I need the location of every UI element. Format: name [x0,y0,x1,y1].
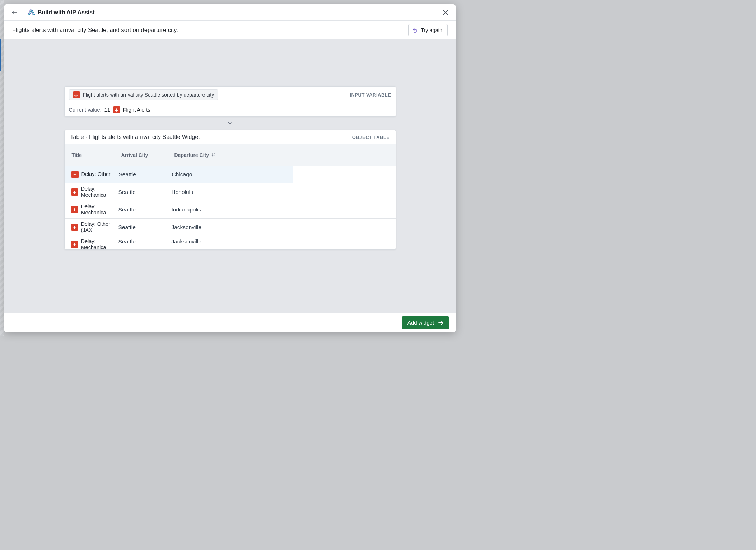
prompt-text: Flights alerts with arrival city Seattle… [12,27,178,33]
cell-arrival: Seattle [118,224,172,230]
table-row[interactable]: Delay: Mechanica Seattle Jacksonville [65,236,396,249]
plane-icon [71,171,79,178]
prompt-bar: Flights alerts with arrival city Seattle… [4,21,456,39]
table-title: Table - Flights alerts with arrival city… [70,134,200,140]
close-button[interactable] [440,7,451,18]
cell-title: Delay: Other [81,171,111,177]
background-strip [0,39,1,71]
svg-text:Z: Z [214,154,215,157]
undo-icon [412,27,418,33]
chip-text: Flight alerts with arrival city Seattle … [83,92,214,98]
column-header-arrival-city[interactable]: Arrival City [118,152,172,158]
add-widget-label: Add widget [407,320,434,326]
cell-arrival: Seattle [119,171,172,178]
cell-arrival: Seattle [118,206,172,213]
close-icon [442,9,449,16]
try-again-button[interactable]: Try again [408,24,448,36]
cell-arrival: Seattle [118,238,172,245]
input-variable-badge: INPUT VARIABLE [350,92,391,98]
arrow-right-icon [438,320,444,326]
cell-departure: Jacksonville [172,238,225,245]
cell-departure: Indianapolis [172,206,225,213]
modal-title: Build with AIP Assist [38,9,95,16]
object-table-badge: OBJECT TABLE [352,135,390,140]
canvas: Flight alerts with arrival city Seattle … [4,39,456,313]
cell-title: Delay: Mechanica [81,186,116,199]
svg-marker-3 [29,10,35,15]
svg-marker-1 [29,10,34,15]
table-body: Delay: Other Seattle Chicago Delay: Mech… [65,166,396,249]
table-header-row: Title Arrival City Departure City AZ [65,144,396,166]
current-value-count: 11 [104,107,110,113]
separator [24,8,24,17]
column-divider [240,147,240,163]
input-card-body: Current value: 11 Flight Alerts [65,103,396,116]
cell-departure: Jacksonville [172,224,225,230]
cell-title: Delay: Mechanica [81,204,116,216]
input-variable-card: Flight alerts with arrival city Seattle … [64,86,396,117]
input-variable-chip[interactable]: Flight alerts with arrival city Seattle … [69,89,218,100]
table-card-header: Table - Flights alerts with arrival city… [65,130,396,144]
back-button[interactable] [9,7,20,18]
table-row[interactable]: Delay: Other Seattle Chicago [65,166,293,183]
cell-departure: Honolulu [172,189,225,195]
cell-title: Delay: Other (JAX [81,221,116,234]
modal-header: Build with AIP Assist [4,4,456,21]
svg-marker-2 [28,10,33,15]
plane-icon [113,106,120,113]
object-name: Flight Alerts [123,107,150,113]
add-widget-button[interactable]: Add widget [402,316,449,329]
plane-icon [71,241,78,248]
table-row[interactable]: Delay: Mechanica Seattle Indianapolis [65,201,396,219]
column-header-title[interactable]: Title [65,152,118,158]
svg-text:A: A [214,152,215,154]
column-header-departure-city[interactable]: Departure City AZ [172,152,225,158]
arrow-down-icon [227,119,233,125]
separator [436,8,436,17]
cell-departure: Chicago [172,171,225,178]
sort-asc-icon: AZ [211,152,216,158]
plane-icon [71,206,78,213]
input-card-header: Flight alerts with arrival city Seattle … [65,87,396,103]
column-divider [187,147,187,163]
arrow-left-icon [11,9,18,16]
cell-arrival: Seattle [118,189,172,195]
aip-logo-icon [28,9,35,16]
table-row[interactable]: Delay: Other (JAX Seattle Jacksonville [65,219,396,236]
plane-icon [71,188,78,196]
try-again-label: Try again [421,27,442,33]
plane-icon [71,224,78,231]
table-row[interactable]: Delay: Mechanica Seattle Honolulu [65,183,396,201]
modal-footer: Add widget [4,313,456,332]
table-card: Table - Flights alerts with arrival city… [64,130,396,250]
current-value-label: Current value: [69,107,102,113]
flow-arrow [64,117,396,130]
cell-title: Delay: Mechanica [81,238,116,249]
plane-icon [73,91,80,98]
modal: Build with AIP Assist Flights alerts wit… [4,4,456,332]
